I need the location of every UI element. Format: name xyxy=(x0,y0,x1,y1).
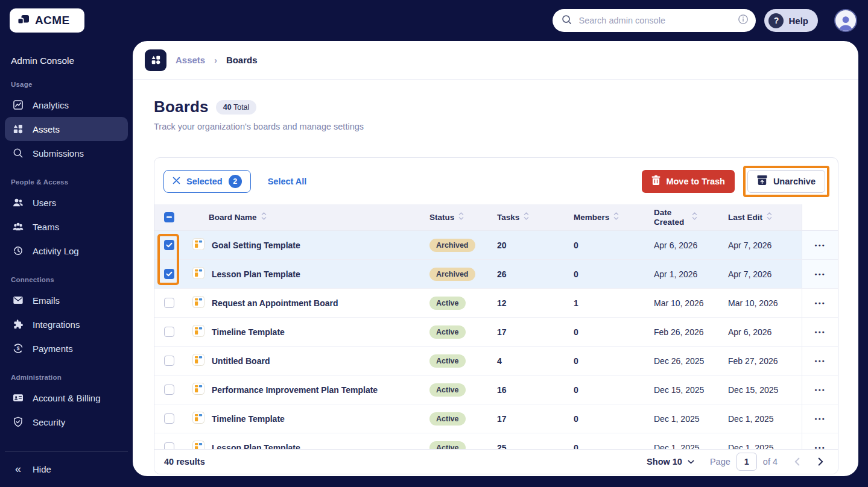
row-actions-button[interactable]: ●●● xyxy=(802,318,838,346)
sidebar-section-label: People & Access xyxy=(5,165,128,190)
status-badge: Active xyxy=(429,354,466,368)
sort-icon[interactable] xyxy=(261,212,267,223)
row-actions-button[interactable]: ●●● xyxy=(802,260,838,288)
svg-text:$: $ xyxy=(17,345,20,351)
sidebar-item-payments[interactable]: $Payments xyxy=(5,336,128,360)
board-name[interactable]: Timeline Template xyxy=(212,327,285,337)
sidebar-item-analytics[interactable]: Analytics xyxy=(5,93,128,117)
acme-logo-icon xyxy=(16,12,31,29)
row-actions-button[interactable]: ●●● xyxy=(802,375,838,404)
row-actions-button[interactable]: ●●● xyxy=(802,289,838,317)
date-created: Dec 26, 2025 xyxy=(653,356,727,366)
table-row: Lesson Plan TemplateArchived260Apr 1, 20… xyxy=(154,260,838,289)
shield-icon xyxy=(12,416,24,428)
table-row: Request an Appointment BoardActive121Mar… xyxy=(154,289,838,318)
board-name[interactable]: Performance Improvement Plan Template xyxy=(212,385,378,395)
sidebar-item-emails[interactable]: Emails xyxy=(5,288,128,312)
board-icon xyxy=(192,296,204,310)
row-checkbox[interactable] xyxy=(164,385,174,395)
sidebar-item-integrations[interactable]: Integrations xyxy=(5,312,128,336)
row-checkbox[interactable] xyxy=(164,298,174,308)
sidebar-item-submissions[interactable]: Submissions xyxy=(5,141,128,165)
question-icon: ? xyxy=(768,13,784,28)
row-checkbox[interactable] xyxy=(164,413,174,424)
sidebar-item-teams[interactable]: Teams xyxy=(5,215,128,239)
sidebar-hide-button[interactable]: « Hide xyxy=(5,457,128,481)
sidebar-item-label: Activity Log xyxy=(33,246,79,256)
sidebar-item-account-billing[interactable]: Account & Billing xyxy=(5,386,128,410)
trash-icon xyxy=(651,175,661,187)
unarchive-highlight-annotation: Unarchive xyxy=(743,166,829,197)
table-row: Timeline TemplateActive170Dec 1, 2025Dec… xyxy=(154,404,838,433)
page-header: Boards 40 Total Track your organization'… xyxy=(133,80,858,131)
board-name[interactable]: Goal Setting Template xyxy=(212,240,300,250)
row-actions-button[interactable]: ●●● xyxy=(802,404,838,433)
row-actions-button[interactable]: ●●● xyxy=(802,347,838,375)
members-count: 0 xyxy=(572,240,653,250)
row-checkbox[interactable] xyxy=(164,240,174,250)
select-all-link[interactable]: Select All xyxy=(268,177,307,186)
members-count: 0 xyxy=(572,327,653,337)
last-edit-date: Feb 27, 2026 xyxy=(727,356,802,366)
board-name[interactable]: Timeline Template xyxy=(212,414,285,424)
info-icon[interactable] xyxy=(738,14,749,27)
table-row: Timeline TemplateActive170Feb 26, 2026Ap… xyxy=(154,318,838,347)
sort-icon[interactable] xyxy=(767,212,772,223)
table-row: Lesson Plan TemplateActive250Dec 1, 2025… xyxy=(154,433,838,449)
row-checkbox[interactable] xyxy=(164,356,174,366)
show-per-page-select[interactable]: Show 10 xyxy=(647,457,694,467)
sidebar-item-activity-log[interactable]: Activity Log xyxy=(5,239,128,263)
date-created: Feb 26, 2026 xyxy=(653,327,727,337)
col-status[interactable]: Status xyxy=(428,212,496,223)
unarchive-button[interactable]: Unarchive xyxy=(747,170,825,193)
select-all-checkbox[interactable] xyxy=(164,212,174,222)
breadcrumb-assets-link[interactable]: Assets xyxy=(176,55,205,65)
sidebar-item-users[interactable]: Users xyxy=(5,190,128,215)
col-tasks[interactable]: Tasks xyxy=(496,212,572,223)
members-count: 0 xyxy=(572,443,653,450)
last-edit-date: Mar 10, 2026 xyxy=(727,298,802,308)
sidebar-item-label: Users xyxy=(33,198,56,208)
row-checkbox[interactable] xyxy=(164,327,174,337)
page-subtitle: Track your organization's boards and man… xyxy=(154,122,837,131)
date-created: Mar 10, 2026 xyxy=(653,298,727,308)
sidebar-item-assets[interactable]: Assets xyxy=(5,117,128,141)
row-checkbox[interactable] xyxy=(164,269,174,279)
page-number-input[interactable] xyxy=(737,453,757,471)
next-page-button[interactable] xyxy=(818,457,823,466)
search-input[interactable] xyxy=(578,16,732,25)
col-date-created[interactable]: Date Created xyxy=(653,208,727,227)
acme-logo[interactable]: ACME xyxy=(10,8,84,33)
previous-page-button[interactable] xyxy=(794,457,800,466)
board-name[interactable]: Untitled Board xyxy=(212,356,270,366)
col-board-name[interactable]: Board Name xyxy=(183,212,428,223)
sidebar-item-security[interactable]: Security xyxy=(5,410,128,434)
total-count-badge: 40 Total xyxy=(216,100,257,115)
col-members[interactable]: Members xyxy=(572,212,653,223)
board-icon xyxy=(192,325,204,339)
ellipsis-icon: ●●● xyxy=(814,243,826,247)
sort-icon[interactable] xyxy=(613,212,619,223)
admin-console-app: ACME ? Help Admin Console UsageAnalytics… xyxy=(0,0,868,487)
date-created: Dec 15, 2025 xyxy=(653,385,727,395)
sort-icon[interactable] xyxy=(692,212,697,223)
clear-selection-chip[interactable]: Selected 2 xyxy=(163,170,251,193)
ellipsis-icon: ●●● xyxy=(814,359,826,363)
members-count: 0 xyxy=(572,414,653,424)
board-name[interactable]: Lesson Plan Template xyxy=(212,443,300,450)
help-button[interactable]: ? Help xyxy=(764,9,818,32)
row-actions-button[interactable]: ●●● xyxy=(802,231,838,259)
user-avatar[interactable] xyxy=(834,9,857,32)
board-name[interactable]: Lesson Plan Template xyxy=(212,269,300,279)
mail-icon xyxy=(12,294,24,306)
move-to-trash-button[interactable]: Move to Trash xyxy=(642,170,735,193)
board-name[interactable]: Request an Appointment Board xyxy=(212,298,338,308)
col-last-edit[interactable]: Last Edit xyxy=(727,212,802,223)
sort-icon[interactable] xyxy=(458,212,464,223)
breadcrumb-current: Boards xyxy=(226,55,258,65)
tasks-count: 17 xyxy=(496,327,572,337)
pagination: Show 10 Page of 4 xyxy=(647,453,823,471)
row-checkbox[interactable] xyxy=(164,442,174,449)
sort-icon[interactable] xyxy=(524,212,529,223)
row-actions-button[interactable]: ●●● xyxy=(802,433,838,449)
